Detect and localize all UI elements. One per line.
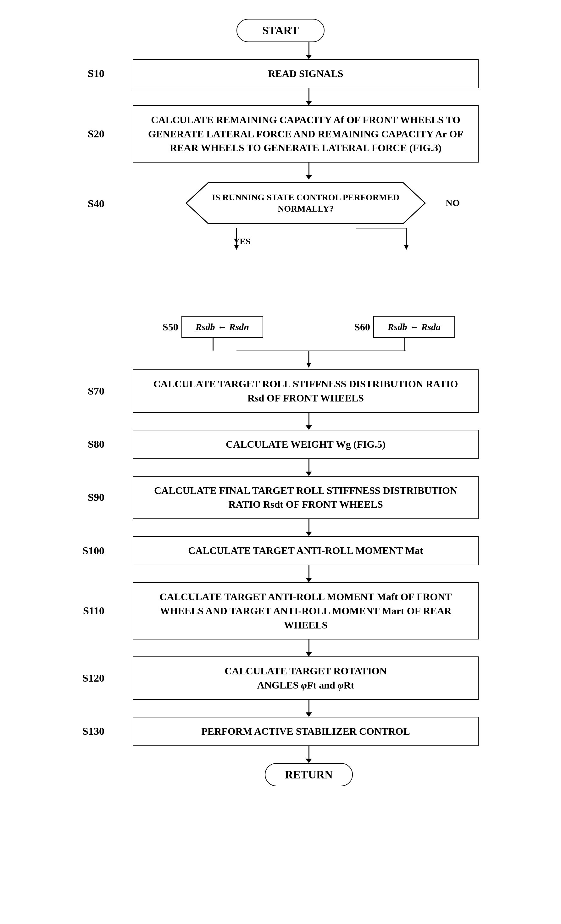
s70-label: S70 (60, 385, 111, 397)
arrow (306, 101, 312, 105)
s50-label: S50 (163, 321, 178, 333)
s60-row: S60 Rsdb ← Rsda (354, 316, 455, 338)
s10-row: S10 READ SIGNALS (60, 59, 501, 88)
connector-line (309, 459, 309, 472)
s100-row: S100 CALCULATE TARGET ANTI-ROLL MOMENT M… (60, 536, 501, 565)
s40-text: IS RUNNING STATE CONTROL PERFORMED NORMA… (205, 184, 406, 222)
s60-connector (404, 338, 405, 351)
s60-branch: S60 Rsdb ← Rsda (329, 316, 480, 351)
arrow (306, 175, 312, 180)
arrow (306, 472, 312, 476)
arrow (306, 55, 312, 59)
s20-row: S20 CALCULATE REMAINING CAPACITY Af OF F… (60, 105, 501, 162)
s90-row: S90 CALCULATE FINAL TARGET ROLL STIFFNES… (60, 476, 501, 519)
s130-row: S130 PERFORM ACTIVE STABILIZER CONTROL (60, 717, 501, 746)
s20-box: CALCULATE REMAINING CAPACITY Af OF FRONT… (133, 105, 478, 162)
s80-row: S80 CALCULATE WEIGHT Wg (FIG.5) (60, 430, 501, 459)
svg-text:YES: YES (233, 236, 250, 246)
arrow (306, 759, 312, 763)
s40-row: S40 IS RUNNING STATE CONTROL PERFORMED N… (60, 180, 501, 228)
decision-shape-svg: IS RUNNING STATE CONTROL PERFORMED NORMA… (183, 180, 428, 226)
connector-line (309, 162, 309, 175)
connector-line (309, 413, 309, 425)
svg-marker-10 (307, 363, 311, 368)
s70-row: S70 CALCULATE TARGET ROLL STIFFNESS DIST… (60, 369, 501, 413)
arrow (306, 578, 312, 582)
start-label: START (237, 19, 324, 42)
s50-box: Rsdb ← Rsdn (182, 316, 263, 338)
s120-row: S120 CALCULATE TARGET ROTATIONANGLES φFt… (60, 657, 501, 700)
svg-marker-5 (404, 245, 408, 250)
s50-branch: S50 Rsdb ← Rsdn (137, 316, 288, 351)
connector-line (309, 639, 309, 652)
s120-label: S120 (60, 672, 111, 684)
connector-line (309, 700, 309, 712)
return-node: RETURN (265, 763, 353, 786)
s40-label: S40 (60, 198, 111, 210)
start-node: START (237, 19, 324, 42)
flowchart: START S10 READ SIGNALS S20 CALCULATE REM… (0, 0, 561, 924)
branch-area: YES S50 Rsdb ← Rsdn S60 Rsdb ← Rsda (88, 228, 529, 369)
connector-line (309, 746, 309, 759)
s50-row: S50 Rsdb ← Rsdn (163, 316, 263, 338)
arrow (306, 532, 312, 536)
s110-row: S110 CALCULATE TARGET ANTI-ROLL MOMENT M… (60, 582, 501, 639)
s80-label: S80 (60, 438, 111, 450)
s90-label: S90 (60, 491, 111, 503)
branch-svg: YES (117, 228, 501, 316)
s110-box: CALCULATE TARGET ANTI-ROLL MOMENT Maft O… (133, 582, 478, 639)
s10-box: READ SIGNALS (133, 59, 478, 88)
return-label: RETURN (265, 763, 353, 786)
s130-label: S130 (60, 725, 111, 737)
connector-line (309, 88, 309, 101)
s60-box: Rsdb ← Rsda (373, 316, 455, 338)
s70-box: CALCULATE TARGET ROLL STIFFNESS DISTRIBU… (133, 369, 478, 413)
s50-connector (213, 338, 213, 351)
arrow (306, 652, 312, 657)
s100-label: S100 (60, 545, 111, 557)
s90-box: CALCULATE FINAL TARGET ROLL STIFFNESS DI… (133, 476, 478, 519)
s130-box: PERFORM ACTIVE STABILIZER CONTROL (133, 717, 478, 746)
s10-label: S10 (60, 68, 111, 80)
merge-svg (117, 351, 501, 369)
s20-label: S20 (60, 128, 111, 140)
s100-box: CALCULATE TARGET ANTI-ROLL MOMENT Mat (133, 536, 478, 565)
connector-line (309, 565, 309, 578)
s80-box: CALCULATE WEIGHT Wg (FIG.5) (133, 430, 478, 459)
s40-decision: IS RUNNING STATE CONTROL PERFORMED NORMA… (183, 180, 428, 228)
no-label: NO (446, 198, 460, 208)
connector-line (309, 42, 309, 55)
s110-label: S110 (60, 605, 111, 617)
arrow (306, 425, 312, 430)
branch-boxes: S50 Rsdb ← Rsdn S60 Rsdb ← Rsda (117, 316, 501, 351)
connector-line (309, 519, 309, 532)
s60-label: S60 (354, 321, 370, 333)
s120-box: CALCULATE TARGET ROTATIONANGLES φFt and … (133, 657, 478, 700)
arrow (306, 712, 312, 717)
